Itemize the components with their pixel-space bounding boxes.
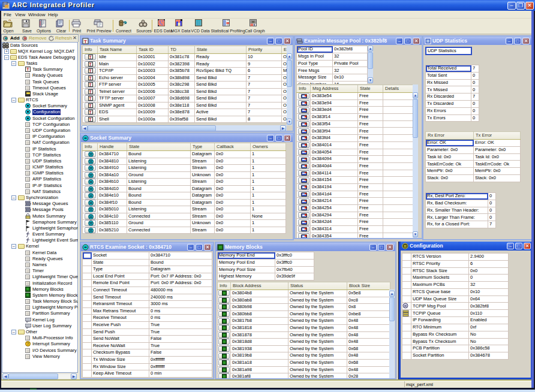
svg-text:?: ? — [27, 342, 29, 346]
svg-text:T: T — [84, 39, 87, 44]
